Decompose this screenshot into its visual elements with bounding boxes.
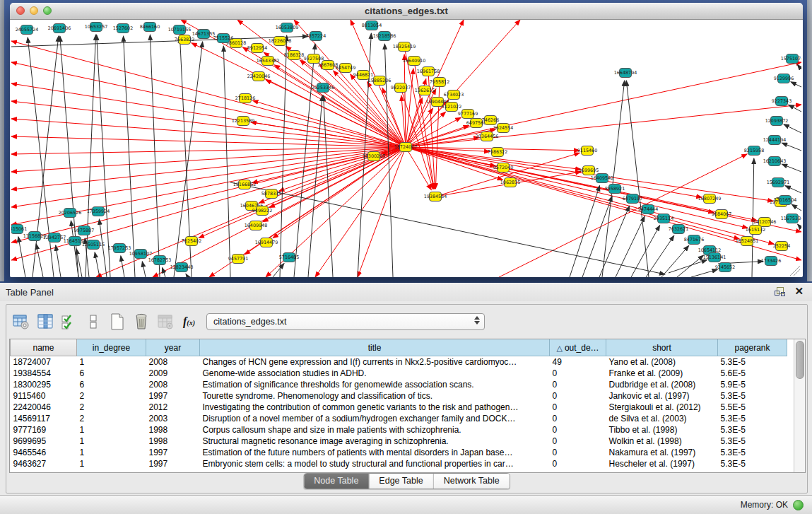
cell-year[interactable]: 1997 <box>146 458 200 469</box>
network-node[interactable]: 18226058 <box>269 37 292 46</box>
network-node[interactable]: 15751074 <box>781 54 801 64</box>
cell-short[interactable]: Wolkin et al. (1998) <box>606 436 718 447</box>
cell-pagerank[interactable]: 5.3E-5 <box>718 436 787 447</box>
column-header-pagerank[interactable]: pagerank <box>718 339 787 356</box>
cell-in_degree[interactable]: 2 <box>77 413 146 424</box>
cell-title[interactable]: Investigating the contribution of common… <box>200 402 550 413</box>
cell-title[interactable]: Disruption of a novel member of a sodium… <box>200 413 550 424</box>
cell-short[interactable]: Franke et al. (2009) <box>606 368 718 379</box>
network-node[interactable]: 7625402 <box>182 237 201 246</box>
cell-title[interactable]: Estimation of the future numbers of pati… <box>200 447 550 458</box>
cell-title[interactable]: Tourette syndrome. Phenomenology and cla… <box>200 390 550 402</box>
network-node[interactable]: 10719155 <box>168 25 192 35</box>
cell-pagerank[interactable]: 5.3E-5 <box>718 413 787 424</box>
network-node[interactable]: 10653257 <box>85 23 108 32</box>
network-node[interactable]: 7986322 <box>488 148 507 157</box>
cell-name[interactable]: 9777169 <box>11 424 77 436</box>
network-node[interactable]: 8471676 <box>684 235 704 245</box>
cell-year[interactable]: 2008 <box>146 379 200 390</box>
column-header-in_degree[interactable]: in_degree <box>77 339 146 356</box>
cell-year[interactable]: 2009 <box>146 368 200 379</box>
cell-name[interactable]: 18724007 <box>11 356 77 368</box>
network-node[interactable]: 252254 <box>773 242 790 251</box>
network-node[interactable]: 9245652 <box>715 263 735 272</box>
network-node[interactable]: 12942757 <box>43 233 66 243</box>
column-header-short[interactable]: short <box>606 339 718 356</box>
row-height-icon[interactable] <box>83 311 104 332</box>
cell-pagerank[interactable]: 5.3E-5 <box>718 458 787 469</box>
table-row[interactable]: 2242004622012Investigating the contribut… <box>11 402 787 413</box>
cell-pagerank[interactable]: 5.3E-5 <box>718 356 787 368</box>
network-node[interactable]: 9115460 <box>577 146 597 156</box>
network-node[interactable]: 17359924 <box>87 207 110 216</box>
cell-pagerank[interactable]: 5.5E-5 <box>718 402 787 413</box>
table-row[interactable]: 1872400712008Changes of HCN gene express… <box>11 356 787 368</box>
network-node[interactable]: 16648794 <box>614 69 637 78</box>
table-select-dropdown[interactable]: citations_edges.txt <box>206 313 485 330</box>
cell-out_de[interactable]: 0 <box>550 447 606 458</box>
table-row[interactable]: 911546021997Tourette syndrome. Phenomeno… <box>11 390 787 402</box>
cell-year[interactable]: 1998 <box>146 424 200 436</box>
network-node[interactable]: 3624554 <box>493 124 513 133</box>
cell-out_de[interactable]: 0 <box>550 402 606 413</box>
network-node[interactable]: 16914479 <box>255 238 278 247</box>
network-node[interactable]: 20364456 <box>476 132 499 141</box>
network-node[interactable]: 8415061 <box>11 225 27 234</box>
table-row[interactable]: 969969511998Structural magnetic resonanc… <box>11 436 787 447</box>
network-node[interactable]: 1362615 <box>415 86 435 95</box>
network-node[interactable]: 15885206 <box>368 76 392 86</box>
table-row[interactable]: 946362711997Embryonic stem cells: a mode… <box>11 458 787 469</box>
cell-title[interactable]: Estimation of significance thresholds fo… <box>200 379 550 390</box>
network-node[interactable]: 15692971 <box>767 178 790 187</box>
cell-short[interactable]: Jankovic et al. (1997) <box>606 390 718 402</box>
cell-in_degree[interactable]: 2 <box>77 390 146 402</box>
network-node[interactable]: 6734023 <box>444 90 464 100</box>
citation-network-graph[interactable]: 1872400718300295193845549115460969969576… <box>11 20 801 277</box>
network-node[interactable]: 19218586 <box>373 32 396 41</box>
cell-title[interactable]: Genome-wide association studies in ADHD. <box>200 368 550 379</box>
column-header-out_de[interactable]: △out_de… <box>550 339 606 356</box>
cell-title[interactable]: Changes of HCN gene expression and I(f) … <box>200 356 550 368</box>
cell-name[interactable]: 18300295 <box>11 379 77 390</box>
network-canvas[interactable]: 1872400718300295193845549115460969969576… <box>11 20 801 277</box>
network-node[interactable]: 18325419 <box>393 42 416 52</box>
cell-in_degree[interactable]: 6 <box>77 379 146 390</box>
network-node[interactable]: 19384554 <box>424 192 447 201</box>
table-row[interactable]: 1830029562008Estimation of significance … <box>11 379 787 390</box>
network-node[interactable]: 8466160 <box>140 23 160 32</box>
network-node[interactable]: 8215958 <box>744 146 764 156</box>
cell-in_degree[interactable]: 2 <box>77 402 146 413</box>
show-column-icon[interactable] <box>35 311 56 332</box>
tab-edge-table[interactable]: Edge Table <box>369 474 433 489</box>
network-node[interactable]: 16409542 <box>591 174 614 183</box>
cell-out_de[interactable]: 0 <box>550 390 606 402</box>
network-node[interactable]: 1615132 <box>746 226 765 235</box>
network-node[interactable]: 16807249 <box>698 194 722 204</box>
cell-name[interactable]: 14569117 <box>11 413 77 424</box>
cell-year[interactable]: 1998 <box>146 436 200 447</box>
cell-title[interactable]: Embryonic stem cells: a model to study s… <box>200 458 550 469</box>
network-node[interactable]: 9822037 <box>391 83 411 93</box>
network-node[interactable]: 8186328 <box>284 51 304 60</box>
cell-out_de[interactable]: 0 <box>550 368 606 379</box>
select-all-icon[interactable] <box>59 311 80 332</box>
network-node[interactable]: 16961758 <box>417 67 440 76</box>
network-node[interactable]: 9975887 <box>74 226 94 235</box>
network-node[interactable]: 16640910 <box>403 57 426 66</box>
cell-pagerank[interactable]: 5.3E-5 <box>718 447 787 458</box>
network-node[interactable]: 24055724 <box>16 25 39 35</box>
column-header-title[interactable]: title <box>200 339 550 356</box>
cell-short[interactable]: de Silva et al. (2003) <box>606 413 718 424</box>
column-header-name[interactable]: name <box>11 339 77 356</box>
cell-year[interactable]: 1997 <box>146 390 200 402</box>
cell-in_degree[interactable]: 1 <box>77 447 146 458</box>
tab-node-table[interactable]: Node Table <box>304 474 369 489</box>
cell-name[interactable]: 9699695 <box>11 436 77 447</box>
cell-pagerank[interactable]: 5.3E-5 <box>718 424 787 436</box>
cell-out_de[interactable]: 0 <box>550 424 606 436</box>
network-node[interactable]: 5716485 <box>279 253 299 262</box>
cell-pagerank[interactable]: 5.9E-5 <box>718 379 787 390</box>
table-row[interactable]: 1456911722003Disruption of a novel membe… <box>11 413 787 424</box>
cell-short[interactable]: Nakamura et al. (1997) <box>606 447 718 458</box>
cell-name[interactable]: 22420046 <box>11 402 77 413</box>
